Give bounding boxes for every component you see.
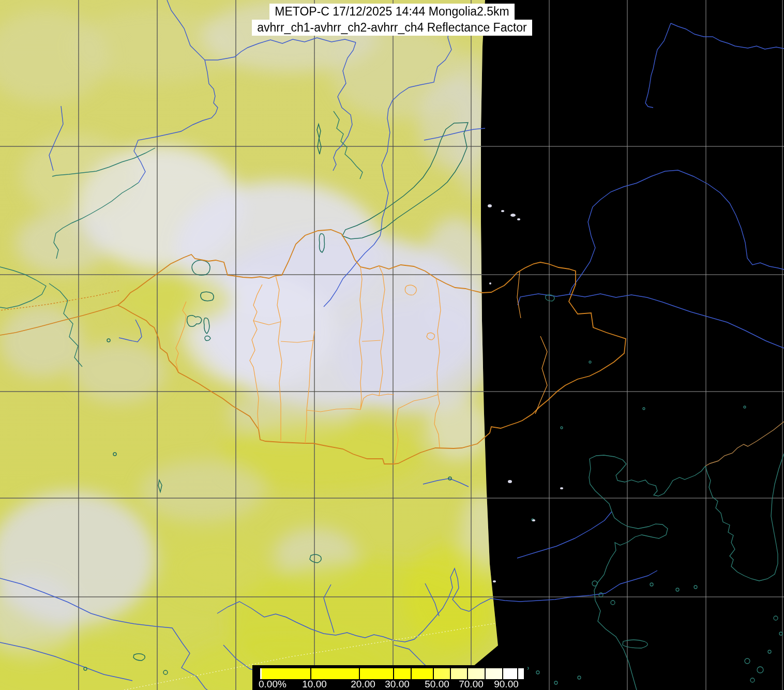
satellite-map-canvas (0, 0, 784, 690)
colorbar-tick-40 (411, 668, 412, 679)
colorbar-labels: 0.00% 10.00 20.00 30.00 50.00 70.00 90.0… (262, 679, 524, 689)
colorbar-label-0: 0.00% (259, 679, 287, 690)
colorbar-label-10: 10.00 (302, 679, 327, 690)
colorbar-label-20: 20.00 (351, 679, 375, 690)
colorbar-tick-60 (450, 668, 451, 679)
colorbar-label-90: 90.00 (494, 679, 519, 690)
satellite-image-viewer: METOP-C 17/12/2025 14:44 Mongolia2.5km a… (0, 0, 784, 690)
colorbar-tick-80 (485, 668, 486, 679)
title-line-2: avhrr_ch1-avhrr_ch2-avhrr_ch4 Reflectanc… (0, 20, 784, 36)
colorbar-label-70: 70.00 (459, 679, 484, 690)
colorbar-label-50: 50.00 (425, 679, 449, 690)
title-text-1: METOP-C 17/12/2025 14:44 Mongolia2.5km (269, 4, 514, 20)
colorbar-tick-30 (393, 668, 394, 679)
title-text-2: avhrr_ch1-avhrr_ch2-avhrr_ch4 Reflectanc… (252, 20, 532, 36)
title-line-1: METOP-C 17/12/2025 14:44 Mongolia2.5km (0, 4, 784, 20)
colorbar-tick-10 (310, 668, 311, 679)
colorbar-label-30: 30.00 (385, 679, 410, 690)
colorbar-tick-20 (359, 668, 360, 679)
colorbar-legend: 0.00% 10.00 20.00 30.00 50.00 70.00 90.0… (252, 665, 527, 690)
colorbar-gradient (260, 668, 524, 679)
image-title: METOP-C 17/12/2025 14:44 Mongolia2.5km a… (0, 4, 784, 36)
colorbar-tick-90 (502, 668, 503, 679)
colorbar-tick-50 (433, 668, 434, 679)
colorbar-tick-70 (467, 668, 468, 679)
colorbar-tick-end (517, 668, 518, 679)
